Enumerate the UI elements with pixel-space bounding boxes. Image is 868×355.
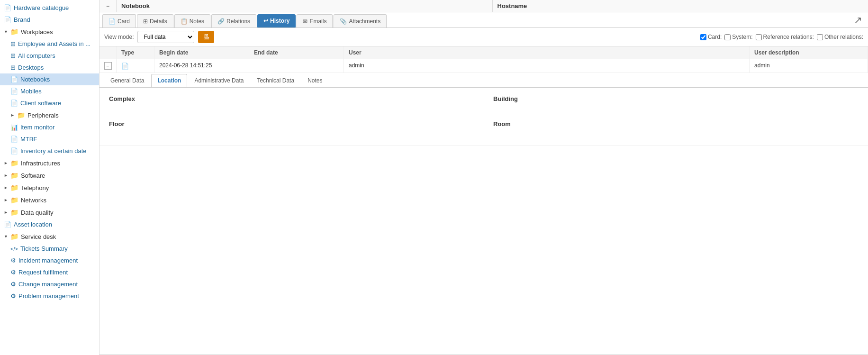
- system-label: System:: [732, 34, 752, 40]
- sidebar-item-mobiles[interactable]: 📄Mobiles: [0, 85, 99, 97]
- complex-label: Complex: [109, 95, 474, 102]
- row-user-description: admin: [750, 59, 868, 73]
- system-checkbox-label[interactable]: System:: [724, 34, 752, 40]
- sidebar-item-label: Infrastructures: [21, 160, 60, 167]
- sidebar-item-label: Inventory at certain date: [20, 147, 86, 155]
- collapse-btn[interactable]: −: [99, 0, 117, 12]
- sub-tab-label-general-data: General Data: [110, 77, 144, 84]
- card-checkbox-label[interactable]: Card:: [700, 34, 722, 40]
- tab-icon-history: ↩: [263, 18, 268, 24]
- reference-relations-checkbox[interactable]: [756, 34, 762, 40]
- sidebar-item-problem-management[interactable]: ⚙Problem management: [0, 290, 99, 302]
- sidebar-item-workplaces[interactable]: ▼📁Workplaces: [0, 26, 99, 38]
- tab-label-details: Details: [150, 18, 167, 25]
- tab-card[interactable]: 📄 Card: [102, 14, 136, 27]
- room-value: [493, 129, 859, 138]
- sidebar-item-employee-assets[interactable]: ⊞Employee and Assets in ...: [0, 38, 99, 50]
- top-header-row: − Notebook Hostname: [99, 0, 868, 12]
- sub-tab-notes[interactable]: Notes: [301, 74, 328, 87]
- folder-icon: 📁: [10, 172, 18, 179]
- room-label: Room: [493, 120, 859, 127]
- sidebar-item-label: Notebooks: [20, 76, 50, 83]
- other-relations-checkbox[interactable]: [817, 34, 823, 40]
- row-expand-button[interactable]: −: [104, 62, 112, 70]
- sidebar-item-label: Networks: [21, 197, 46, 204]
- sub-tab-technical-data[interactable]: Technical Data: [251, 74, 300, 87]
- sidebar-item-tickets-summary[interactable]: </>Tickets Summary: [0, 243, 99, 255]
- doc-icon: 📄: [10, 100, 18, 107]
- building-value: [493, 104, 859, 113]
- sidebar-item-inventory-date[interactable]: 📄Inventory at certain date: [0, 145, 99, 157]
- reference-relations-checkbox-label[interactable]: Reference relations:: [756, 34, 814, 40]
- sidebar-item-label: Telephony: [21, 184, 49, 191]
- sidebar-item-peripherals[interactable]: ►📁Peripherals: [0, 109, 99, 121]
- sub-tab-general-data[interactable]: General Data: [104, 74, 150, 87]
- folder-icon: 📁: [10, 159, 18, 167]
- card-checkbox[interactable]: [700, 34, 706, 40]
- sidebar-item-all-computers[interactable]: ⊞All computers: [0, 50, 99, 62]
- sidebar-item-desktops[interactable]: ⊞Desktops: [0, 62, 99, 73]
- row-begin-date: 2024-06-28 14:51:25: [154, 59, 249, 73]
- print-icon: 🖶: [203, 33, 209, 41]
- code-icon: </>: [10, 246, 18, 252]
- sidebar-item-label: Problem management: [18, 292, 79, 300]
- tab-icon-notes: 📋: [181, 18, 188, 25]
- reference-relations-label: Reference relations:: [763, 34, 814, 40]
- tab-bar: 📄 Card⊞ Details📋 Notes🔗 Relations↩ Histo…: [99, 12, 868, 28]
- sidebar-item-item-monitor[interactable]: 📊Item monitor: [0, 121, 99, 133]
- complex-field: Complex: [109, 95, 474, 113]
- row-expand-cell[interactable]: −: [99, 59, 117, 73]
- folder-arrow-icon: ►: [4, 185, 8, 190]
- sidebar-item-label: All computers: [18, 52, 55, 59]
- tab-icon-emails: ✉: [303, 18, 307, 25]
- tab-details[interactable]: ⊞ Details: [137, 14, 173, 27]
- tab-relations[interactable]: 🔗 Relations: [211, 14, 256, 27]
- tab-label-card: Card: [118, 18, 130, 25]
- view-mode-select[interactable]: Full data Simple Compact: [137, 31, 194, 43]
- print-button[interactable]: 🖶: [198, 31, 214, 43]
- location-grid: Complex Building Floor Room: [109, 95, 859, 138]
- building-label: Building: [493, 95, 859, 102]
- folder-icon: 📁: [10, 209, 18, 216]
- sub-tab-label-notes: Notes: [307, 77, 322, 84]
- sidebar-item-hardware-catalogue[interactable]: 📄Hardware catalogue: [0, 2, 99, 14]
- table-row[interactable]: − 📄 2024-06-28 14:51:25 admin admin: [99, 59, 868, 73]
- tab-notes[interactable]: 📋 Notes: [174, 14, 210, 27]
- sidebar-item-incident-management[interactable]: ⚙Incident management: [0, 255, 99, 266]
- folder-arrow-icon: ►: [4, 198, 8, 202]
- tab-history[interactable]: ↩ History: [257, 14, 296, 27]
- tab-icon-card: 📄: [108, 18, 116, 25]
- tab-attachments[interactable]: 📎 Attachments: [334, 14, 387, 27]
- sidebar-item-telephony[interactable]: ►📁Telephony: [0, 182, 99, 194]
- sidebar-item-request-fulfilment[interactable]: ⚙Request fulfilment: [0, 266, 99, 278]
- tab-icon-attachments: 📎: [340, 18, 347, 25]
- doc-icon: 📄: [10, 147, 18, 155]
- sub-tab-location[interactable]: Location: [151, 74, 187, 87]
- sidebar-item-asset-location[interactable]: 📄Asset location: [0, 218, 99, 230]
- other-relations-checkbox-label[interactable]: Other relations:: [817, 34, 863, 40]
- system-checkbox[interactable]: [724, 34, 731, 40]
- sidebar-item-mtbf[interactable]: 📄MTBF: [0, 133, 99, 145]
- sidebar-item-change-management[interactable]: ⚙Change management: [0, 278, 99, 290]
- sidebar-item-client-software[interactable]: 📄Client software: [0, 97, 99, 109]
- sidebar-item-brand[interactable]: 📄Brand: [0, 14, 99, 26]
- history-row-outer: − 📄 2024-06-28 14:51:25 admin admin Gene…: [99, 59, 868, 146]
- sidebar-item-data-quality[interactable]: ►📁Data quality: [0, 206, 99, 218]
- sidebar-item-software[interactable]: ►📁Software: [0, 169, 99, 182]
- external-link-icon[interactable]: [851, 15, 865, 27]
- sub-tab-administrative-data[interactable]: Administrative Data: [188, 74, 250, 87]
- sidebar-item-service-desk[interactable]: ▼📁Service desk: [0, 230, 99, 243]
- tab-label-emails: Emails: [309, 18, 326, 25]
- sidebar-item-infrastructures[interactable]: ►📁Infrastructures: [0, 157, 99, 169]
- col-header-user-desc: User description: [750, 46, 868, 59]
- col-header-user: User: [344, 46, 750, 59]
- toolbar-right: Card: System: Reference relations: Other…: [700, 34, 863, 40]
- sidebar-item-notebooks[interactable]: 📄Notebooks: [0, 73, 99, 85]
- doc-icon: 📄: [10, 88, 18, 95]
- tab-emails[interactable]: ✉ Emails: [297, 14, 333, 27]
- folder-arrow-icon: ▼: [4, 29, 8, 34]
- sidebar-item-networks[interactable]: ►📁Networks: [0, 194, 99, 206]
- doc-icon: 📄: [10, 136, 18, 143]
- folder-arrow-icon: ▼: [4, 234, 8, 239]
- sidebar-item-label: Service desk: [21, 233, 56, 240]
